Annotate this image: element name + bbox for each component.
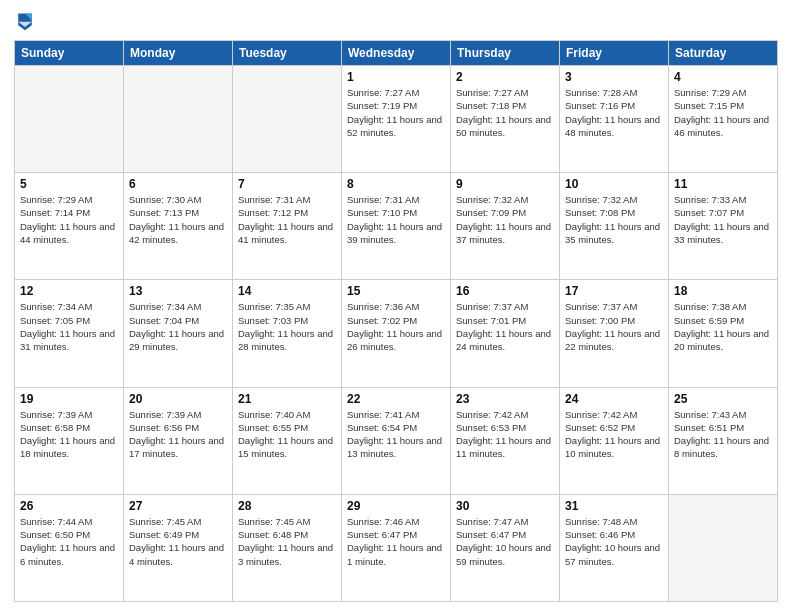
calendar-cell: 29Sunrise: 7:46 AMSunset: 6:47 PMDayligh…	[342, 494, 451, 601]
calendar-cell: 2Sunrise: 7:27 AMSunset: 7:18 PMDaylight…	[451, 66, 560, 173]
calendar-cell: 28Sunrise: 7:45 AMSunset: 6:48 PMDayligh…	[233, 494, 342, 601]
day-info: Sunrise: 7:30 AMSunset: 7:13 PMDaylight:…	[129, 193, 227, 246]
calendar-cell: 25Sunrise: 7:43 AMSunset: 6:51 PMDayligh…	[669, 387, 778, 494]
day-number: 1	[347, 70, 445, 84]
calendar-week-0: 1Sunrise: 7:27 AMSunset: 7:19 PMDaylight…	[15, 66, 778, 173]
calendar-cell: 20Sunrise: 7:39 AMSunset: 6:56 PMDayligh…	[124, 387, 233, 494]
calendar-cell: 19Sunrise: 7:39 AMSunset: 6:58 PMDayligh…	[15, 387, 124, 494]
weekday-header-friday: Friday	[560, 41, 669, 66]
day-number: 4	[674, 70, 772, 84]
calendar-cell: 15Sunrise: 7:36 AMSunset: 7:02 PMDayligh…	[342, 280, 451, 387]
day-info: Sunrise: 7:28 AMSunset: 7:16 PMDaylight:…	[565, 86, 663, 139]
day-info: Sunrise: 7:27 AMSunset: 7:19 PMDaylight:…	[347, 86, 445, 139]
calendar-cell	[15, 66, 124, 173]
day-info: Sunrise: 7:32 AMSunset: 7:09 PMDaylight:…	[456, 193, 554, 246]
calendar-cell: 8Sunrise: 7:31 AMSunset: 7:10 PMDaylight…	[342, 173, 451, 280]
day-info: Sunrise: 7:37 AMSunset: 7:00 PMDaylight:…	[565, 300, 663, 353]
header	[14, 10, 778, 32]
calendar-cell: 30Sunrise: 7:47 AMSunset: 6:47 PMDayligh…	[451, 494, 560, 601]
day-number: 19	[20, 392, 118, 406]
day-number: 11	[674, 177, 772, 191]
day-number: 29	[347, 499, 445, 513]
day-number: 10	[565, 177, 663, 191]
calendar-cell: 23Sunrise: 7:42 AMSunset: 6:53 PMDayligh…	[451, 387, 560, 494]
day-info: Sunrise: 7:41 AMSunset: 6:54 PMDaylight:…	[347, 408, 445, 461]
day-number: 25	[674, 392, 772, 406]
weekday-header-saturday: Saturday	[669, 41, 778, 66]
calendar-cell: 14Sunrise: 7:35 AMSunset: 7:03 PMDayligh…	[233, 280, 342, 387]
calendar-cell: 26Sunrise: 7:44 AMSunset: 6:50 PMDayligh…	[15, 494, 124, 601]
calendar-cell: 10Sunrise: 7:32 AMSunset: 7:08 PMDayligh…	[560, 173, 669, 280]
calendar-cell: 9Sunrise: 7:32 AMSunset: 7:09 PMDaylight…	[451, 173, 560, 280]
day-info: Sunrise: 7:47 AMSunset: 6:47 PMDaylight:…	[456, 515, 554, 568]
day-info: Sunrise: 7:36 AMSunset: 7:02 PMDaylight:…	[347, 300, 445, 353]
day-number: 18	[674, 284, 772, 298]
day-info: Sunrise: 7:42 AMSunset: 6:52 PMDaylight:…	[565, 408, 663, 461]
calendar-cell: 18Sunrise: 7:38 AMSunset: 6:59 PMDayligh…	[669, 280, 778, 387]
calendar-cell: 31Sunrise: 7:48 AMSunset: 6:46 PMDayligh…	[560, 494, 669, 601]
day-number: 17	[565, 284, 663, 298]
calendar-cell: 13Sunrise: 7:34 AMSunset: 7:04 PMDayligh…	[124, 280, 233, 387]
day-info: Sunrise: 7:48 AMSunset: 6:46 PMDaylight:…	[565, 515, 663, 568]
day-number: 22	[347, 392, 445, 406]
day-info: Sunrise: 7:37 AMSunset: 7:01 PMDaylight:…	[456, 300, 554, 353]
weekday-header-wednesday: Wednesday	[342, 41, 451, 66]
day-info: Sunrise: 7:43 AMSunset: 6:51 PMDaylight:…	[674, 408, 772, 461]
calendar-cell: 17Sunrise: 7:37 AMSunset: 7:00 PMDayligh…	[560, 280, 669, 387]
weekday-header-monday: Monday	[124, 41, 233, 66]
calendar-table: SundayMondayTuesdayWednesdayThursdayFrid…	[14, 40, 778, 602]
logo-icon	[16, 10, 34, 32]
day-info: Sunrise: 7:46 AMSunset: 6:47 PMDaylight:…	[347, 515, 445, 568]
calendar-cell: 1Sunrise: 7:27 AMSunset: 7:19 PMDaylight…	[342, 66, 451, 173]
day-number: 30	[456, 499, 554, 513]
weekday-header-thursday: Thursday	[451, 41, 560, 66]
day-info: Sunrise: 7:45 AMSunset: 6:48 PMDaylight:…	[238, 515, 336, 568]
calendar-cell: 21Sunrise: 7:40 AMSunset: 6:55 PMDayligh…	[233, 387, 342, 494]
weekday-header-tuesday: Tuesday	[233, 41, 342, 66]
calendar-week-3: 19Sunrise: 7:39 AMSunset: 6:58 PMDayligh…	[15, 387, 778, 494]
day-info: Sunrise: 7:29 AMSunset: 7:14 PMDaylight:…	[20, 193, 118, 246]
day-number: 21	[238, 392, 336, 406]
day-info: Sunrise: 7:27 AMSunset: 7:18 PMDaylight:…	[456, 86, 554, 139]
day-number: 14	[238, 284, 336, 298]
calendar-week-2: 12Sunrise: 7:34 AMSunset: 7:05 PMDayligh…	[15, 280, 778, 387]
day-info: Sunrise: 7:34 AMSunset: 7:05 PMDaylight:…	[20, 300, 118, 353]
calendar-cell: 5Sunrise: 7:29 AMSunset: 7:14 PMDaylight…	[15, 173, 124, 280]
calendar-cell	[124, 66, 233, 173]
day-number: 12	[20, 284, 118, 298]
day-info: Sunrise: 7:29 AMSunset: 7:15 PMDaylight:…	[674, 86, 772, 139]
calendar-cell: 7Sunrise: 7:31 AMSunset: 7:12 PMDaylight…	[233, 173, 342, 280]
day-number: 3	[565, 70, 663, 84]
page: SundayMondayTuesdayWednesdayThursdayFrid…	[0, 0, 792, 612]
day-info: Sunrise: 7:44 AMSunset: 6:50 PMDaylight:…	[20, 515, 118, 568]
day-number: 2	[456, 70, 554, 84]
day-number: 23	[456, 392, 554, 406]
day-number: 13	[129, 284, 227, 298]
calendar-week-1: 5Sunrise: 7:29 AMSunset: 7:14 PMDaylight…	[15, 173, 778, 280]
day-number: 8	[347, 177, 445, 191]
day-info: Sunrise: 7:39 AMSunset: 6:58 PMDaylight:…	[20, 408, 118, 461]
logo	[14, 10, 36, 32]
day-number: 31	[565, 499, 663, 513]
day-info: Sunrise: 7:32 AMSunset: 7:08 PMDaylight:…	[565, 193, 663, 246]
calendar-cell: 12Sunrise: 7:34 AMSunset: 7:05 PMDayligh…	[15, 280, 124, 387]
calendar-cell: 3Sunrise: 7:28 AMSunset: 7:16 PMDaylight…	[560, 66, 669, 173]
day-number: 28	[238, 499, 336, 513]
day-number: 5	[20, 177, 118, 191]
calendar-cell: 24Sunrise: 7:42 AMSunset: 6:52 PMDayligh…	[560, 387, 669, 494]
weekday-header-sunday: Sunday	[15, 41, 124, 66]
weekday-header-row: SundayMondayTuesdayWednesdayThursdayFrid…	[15, 41, 778, 66]
calendar-cell: 22Sunrise: 7:41 AMSunset: 6:54 PMDayligh…	[342, 387, 451, 494]
day-info: Sunrise: 7:34 AMSunset: 7:04 PMDaylight:…	[129, 300, 227, 353]
calendar-cell	[233, 66, 342, 173]
calendar-cell: 6Sunrise: 7:30 AMSunset: 7:13 PMDaylight…	[124, 173, 233, 280]
day-number: 24	[565, 392, 663, 406]
day-info: Sunrise: 7:39 AMSunset: 6:56 PMDaylight:…	[129, 408, 227, 461]
day-number: 7	[238, 177, 336, 191]
day-info: Sunrise: 7:35 AMSunset: 7:03 PMDaylight:…	[238, 300, 336, 353]
day-number: 9	[456, 177, 554, 191]
calendar-cell: 27Sunrise: 7:45 AMSunset: 6:49 PMDayligh…	[124, 494, 233, 601]
day-info: Sunrise: 7:31 AMSunset: 7:10 PMDaylight:…	[347, 193, 445, 246]
day-number: 15	[347, 284, 445, 298]
calendar-cell: 16Sunrise: 7:37 AMSunset: 7:01 PMDayligh…	[451, 280, 560, 387]
